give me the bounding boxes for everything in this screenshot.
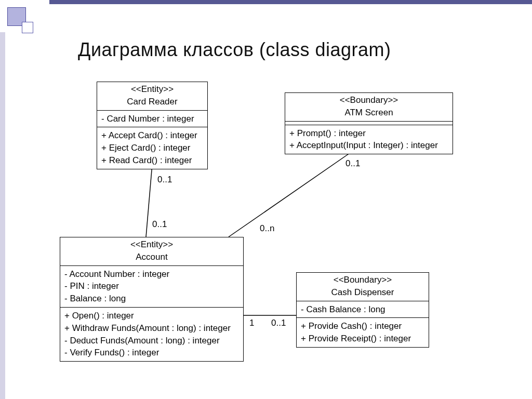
- corner-square-small: [22, 22, 33, 33]
- class-name: Cash Dispenser: [301, 286, 424, 299]
- operation-row: + Eject Card() : integer: [101, 142, 203, 154]
- attribute-row: - Cash Balance : long: [301, 303, 424, 316]
- attribute-row: - Card Number : integer: [101, 113, 203, 125]
- attributes-compartment: - Cash Balance : long: [297, 301, 429, 318]
- class-header: <<Boundary>> Cash Dispenser: [297, 273, 429, 301]
- attributes-compartment: [285, 121, 453, 125]
- operation-row: + Open() : integer: [64, 310, 239, 322]
- operations-compartment: + Open() : integer + Withdraw Funds(Amou…: [60, 307, 243, 361]
- class-account: <<Entity>> Account - Account Number : in…: [60, 237, 244, 362]
- class-header: <<Entity>> Card Reader: [97, 82, 207, 110]
- accent-bar: [49, 0, 532, 4]
- operations-compartment: + Accept Card() : integer + Eject Card()…: [97, 127, 207, 168]
- operation-row: + Withdraw Funds(Amount : long) : intege…: [64, 322, 239, 335]
- stereotype-label: <<Boundary>>: [301, 274, 424, 286]
- page-title: Диаграмма классов (class diagram): [78, 39, 391, 61]
- operation-row: + Provide Receipt() : integer: [301, 332, 424, 345]
- class-cash-dispenser: <<Boundary>> Cash Dispenser - Cash Balan…: [296, 272, 429, 348]
- multiplicity-label: 1: [249, 318, 254, 328]
- operation-row: + Accept Card() : integer: [101, 129, 203, 142]
- operation-row: + AcceptInput(Input : Integer) : integer: [289, 139, 448, 152]
- multiplicity-label: 0..n: [260, 223, 274, 234]
- multiplicity-label: 0..1: [345, 158, 360, 169]
- operation-row: + Provide Cash() : integer: [301, 320, 424, 332]
- class-atm-screen: <<Boundary>> ATM Screen + Prompt() : int…: [285, 92, 453, 154]
- attribute-row: - PIN : integer: [64, 280, 239, 292]
- svg-line-0: [146, 164, 152, 237]
- svg-line-1: [229, 151, 353, 237]
- operation-row: + Prompt() : integer: [289, 127, 448, 140]
- class-card-reader: <<Entity>> Card Reader - Card Number : i…: [97, 82, 208, 169]
- multiplicity-label: 0..1: [157, 175, 172, 185]
- attributes-compartment: - Account Number : integer - PIN : integ…: [60, 265, 243, 307]
- attribute-row: - Account Number : integer: [64, 268, 239, 281]
- class-header: <<Boundary>> ATM Screen: [285, 93, 453, 121]
- multiplicity-label: 0..1: [152, 219, 167, 230]
- class-name: ATM Screen: [289, 107, 448, 119]
- stereotype-label: <<Boundary>>: [289, 94, 448, 107]
- stereotype-label: <<Entity>>: [64, 238, 239, 251]
- operation-row: - Deduct Funds(Amount : long) : integer: [64, 335, 239, 347]
- class-header: <<Entity>> Account: [60, 237, 243, 265]
- corner-decoration: [0, 0, 49, 32]
- operation-row: + Read Card() : integer: [101, 154, 203, 167]
- attributes-compartment: - Card Number : integer: [97, 110, 207, 127]
- stereotype-label: <<Entity>>: [101, 83, 203, 96]
- operations-compartment: + Prompt() : integer + AcceptInput(Input…: [285, 125, 453, 154]
- class-name: Card Reader: [101, 96, 203, 108]
- operations-compartment: + Provide Cash() : integer + Provide Rec…: [297, 317, 429, 347]
- operation-row: - Verify Funds() : integer: [64, 347, 239, 359]
- multiplicity-label: 0..1: [271, 318, 286, 328]
- slide: Диаграмма классов (class diagram) <<Enti…: [0, 0, 532, 399]
- side-bar: [0, 32, 5, 399]
- class-name: Account: [64, 251, 239, 263]
- attribute-row: - Balance : long: [64, 292, 239, 305]
